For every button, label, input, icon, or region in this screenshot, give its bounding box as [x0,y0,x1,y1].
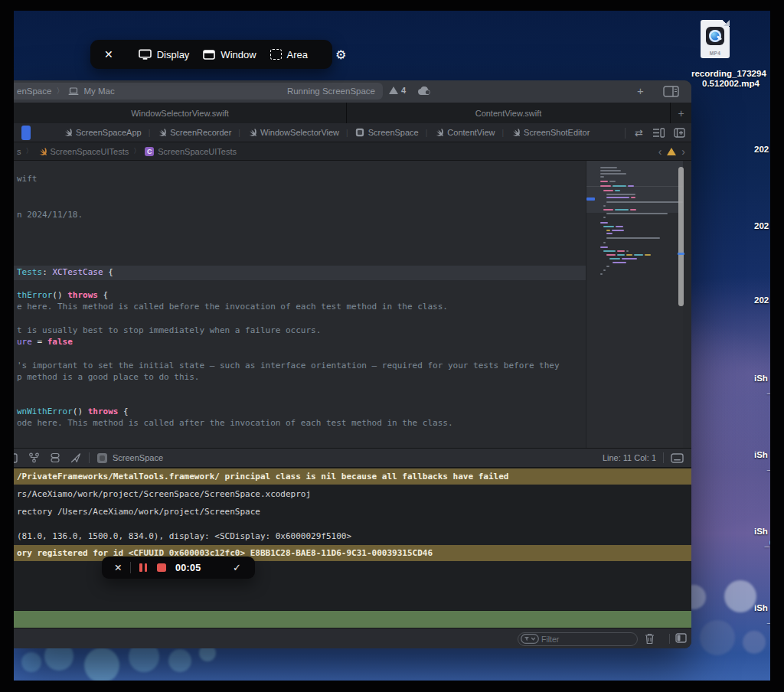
code-line: ure = false [17,336,73,348]
clipped-icon[interactable] [14,453,18,463]
desktop-icon-label[interactable]: 202 [754,220,770,232]
nav-back-icon[interactable]: ‹ [658,146,662,157]
code-editor[interactable]: wiftn 2024/11/18.Tests: XCTestCase {thEr… [14,161,691,448]
swift-file-icon [511,128,520,137]
warning-count: 4 [401,86,406,95]
display-icon[interactable] [671,453,684,463]
minimap-bar [609,258,620,260]
minimap-bar [606,254,616,256]
minimap-bar [616,226,623,227]
issue-warning-icon[interactable] [667,148,676,155]
minimap-bar [600,170,621,171]
console-row[interactable]: /PrivateFrameworks/MetalTools.framework/… [14,468,691,485]
confirm-check-icon[interactable]: ✓ [233,562,241,573]
jump-item-label: WindowSelectorView [260,128,339,137]
bokeh-light [84,648,119,681]
minimap-bar [630,209,636,211]
desktop-icon-label[interactable]: iSh_0 [754,526,770,549]
console-layout-left-icon[interactable] [675,633,687,643]
trash-icon[interactable] [645,633,655,645]
filter-icon [521,634,539,644]
minimap-selection-marker [586,197,595,201]
recording-controls: ✕ 00:05 ✓ [102,557,255,579]
minimap-bar [606,201,683,203]
swift-file-icon [247,128,256,137]
jump-item-ScreenShotEditor[interactable]: ScreenShotEditor [511,128,590,137]
file-name-line1[interactable]: recording_173294 [691,69,766,78]
minimap-bar [606,213,668,214]
code-line: Tests: XCTestCase { [17,266,113,278]
console-bottom-bar [14,628,691,648]
swift-file-icon [38,147,47,156]
area-label: Area [287,49,308,60]
jump-item-ScreenSpaceApp[interactable]: ScreenSpaceApp [63,128,142,137]
pause-icon[interactable] [139,563,147,572]
debug-console[interactable]: /PrivateFrameworks/MetalTools.framework/… [14,468,691,610]
cancel-recording-icon[interactable]: ✕ [114,562,122,573]
minimap-bar [603,250,616,252]
minimap-bar [600,173,626,175]
editor-tab[interactable]: WindowSelectorView.swift [14,103,347,123]
separator: | [502,129,505,137]
jump-item-label: ScreenSpace [368,128,419,137]
code-line: thError() throws { [17,289,108,301]
minimap-bar [600,167,617,168]
editor-tab[interactable]: ContentView.swift [347,103,671,123]
jump-item-ContentView[interactable]: ContentView [434,128,495,137]
location-arrow-icon[interactable] [70,452,81,463]
add-editor-icon[interactable] [674,128,685,138]
desktop-icon-label[interactable]: 202 [754,144,770,155]
capture-area-button[interactable]: Area [270,49,308,60]
running-app-name[interactable]: ScreenSpace [113,453,163,462]
settings-gear-icon[interactable]: ⚙ [335,47,346,62]
screen-recorder-toolbar: ✕ Display Window Area ⚙ [90,40,332,69]
stop-icon[interactable] [157,563,166,573]
jump-item-ScreenRecorder[interactable]: ScreenRecorder [157,128,231,137]
desktop: MP4 recording_173294 0.512002.mp4 202202… [14,11,770,681]
capture-display-button[interactable]: Display [139,49,190,60]
add-editor-plus-icon[interactable]: + [637,84,644,97]
editor-options-icon[interactable] [663,86,679,97]
warning-icon [389,86,398,94]
file-name-line2[interactable]: 0.512002.mp4 [702,79,760,88]
chevron-separator: 〉 [56,86,64,96]
desktop-icon-label[interactable]: iSh_ [754,602,770,625]
minimap-toggle-icon[interactable] [652,128,665,138]
jump-item-ScreenSpace[interactable]: ScreenSpace [355,128,419,137]
breadcrumb-text[interactable]: s [17,147,21,156]
minimap-bar [617,250,625,252]
new-tab-button[interactable]: + [671,103,691,123]
console-row[interactable]: rectory /Users/AceXiamo/work/project/Scr… [14,505,691,519]
back-forward-icon[interactable]: ⇄ [635,127,643,139]
divider [130,562,131,573]
breakpoints-icon[interactable] [28,452,40,463]
divider [625,128,626,139]
minimap-bar [617,254,625,256]
minimap[interactable] [586,161,683,448]
class-badge: C [145,147,154,156]
activity-view[interactable]: enSpace 〉 My Mac Running ScreenSpace [14,83,383,100]
selected-item-indicator [21,126,31,140]
desktop-file-mp4[interactable]: MP4 [701,20,730,58]
divider [669,634,670,644]
bokeh-light [743,631,766,654]
bokeh-light [724,580,756,612]
capture-window-button[interactable]: Window [203,49,256,60]
minimap-bar [603,242,606,243]
nav-forward-icon[interactable]: › [681,146,685,157]
warnings-badge[interactable]: 4 [389,86,406,95]
stack-icon[interactable] [50,452,60,463]
desktop-icon-label[interactable]: 202 [754,295,770,306]
minimap-viewport [586,161,683,213]
display-capture-icon [139,49,152,60]
breadcrumb-text[interactable]: ScreenSpaceUITests [51,147,129,156]
filter-field[interactable] [518,632,638,645]
jump-item-WindowSelectorView[interactable]: WindowSelectorView [247,128,339,137]
console-row[interactable]: rs/AceXiamo/work/project/ScreenSpace/Scr… [14,488,691,501]
editor-scrollbar[interactable] [678,167,684,306]
console-row[interactable]: (81.0, 136.0, 1500.0, 834.0), display: <… [14,530,691,543]
breadcrumb-text[interactable]: ScreenSpaceUITests [158,147,237,156]
desktop-icon-label[interactable]: iSh_ [754,373,770,396]
desktop-icon-label[interactable]: iSh_ [754,449,770,472]
close-icon[interactable]: ✕ [104,48,113,60]
